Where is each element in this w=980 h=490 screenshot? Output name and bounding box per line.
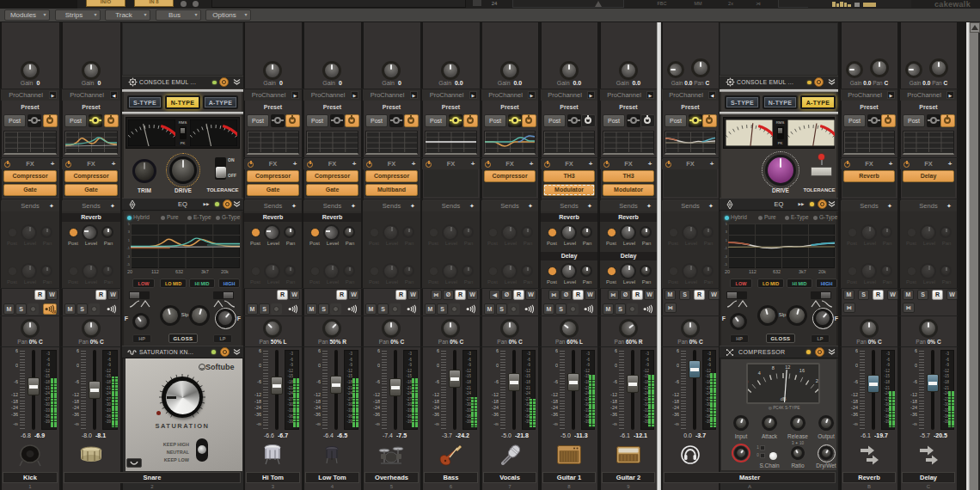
svg-text:12: 12 [785, 364, 790, 370]
svg-text:8: 8 [772, 365, 775, 371]
svg-text:4: 4 [758, 371, 761, 376]
svg-text:dB: dB [781, 396, 787, 401]
svg-text:16: 16 [799, 368, 805, 373]
svg-text:20: 20 [816, 378, 818, 383]
